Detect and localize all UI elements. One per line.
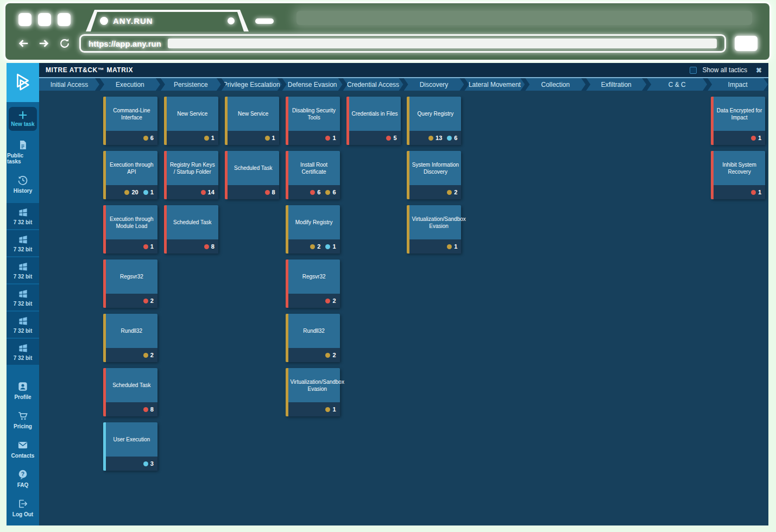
task-item-7-32-bit[interactable]: 7 32 bit — [7, 257, 39, 284]
technique-card[interactable]: System Information Discovery2 — [407, 151, 461, 199]
sidebar-item-label: Pricing — [14, 423, 32, 429]
technique-card[interactable]: Inhibit System Recovery1 — [711, 151, 765, 199]
event-counter: 2 — [447, 189, 457, 195]
counter-value: 1 — [758, 135, 761, 141]
task-item-7-32-bit[interactable]: 7 32 bit — [7, 284, 39, 312]
tab-initial-access[interactable]: Initial Access — [39, 78, 99, 91]
technique-card[interactable]: Scheduled Task8 — [164, 205, 218, 254]
forward-button[interactable] — [38, 37, 50, 49]
sidebar-item-log-out[interactable]: Log Out — [7, 493, 39, 522]
technique-card[interactable]: Rundll322 — [103, 314, 157, 362]
task-item-7-32-bit[interactable]: 7 32 bit — [7, 203, 39, 230]
technique-card[interactable]: Data Encrypted for Impact1 — [711, 97, 765, 145]
tab-close-icon[interactable] — [228, 17, 235, 24]
technique-card[interactable]: Rundll322 — [286, 314, 340, 362]
technique-card[interactable]: Execution through Module Load1 — [103, 205, 157, 254]
technique-counters: 1 — [288, 402, 340, 416]
tab-defense-evasion[interactable]: Defense Evasion — [282, 78, 343, 91]
counter-value: 8 — [272, 189, 275, 195]
counter-value: 2 — [332, 352, 336, 358]
technique-card[interactable]: New Service1 — [164, 97, 218, 145]
technique-title: Rundll32 — [106, 314, 157, 348]
sidebar-item-contacts[interactable]: Contacts — [7, 434, 39, 464]
technique-card[interactable]: Modify Registry21 — [286, 205, 340, 254]
task-item-7-32-bit[interactable]: 7 32 bit — [7, 230, 39, 257]
technique-card[interactable]: Disabling Security Tools1 — [286, 97, 340, 145]
tab-collection[interactable]: Collection — [525, 78, 585, 91]
anyrun-logo[interactable] — [7, 63, 39, 102]
anyrun-logo-icon — [11, 71, 34, 94]
technique-counters: 1 — [228, 131, 279, 145]
sidebar-item-public-tasks[interactable]: Public tasks — [7, 134, 39, 169]
url-bar[interactable]: https://app.any.run — [79, 34, 726, 53]
sidebar-item-faq[interactable]: ?FAQ — [7, 464, 39, 493]
technique-card[interactable]: Command-Line Interface6 — [103, 97, 157, 145]
technique-card[interactable]: Virtualization/Sandbox Evasion1 — [407, 205, 461, 254]
app-window: New task Public tasksHistory 7 32 bit7 3… — [7, 63, 768, 525]
profile-icon — [17, 381, 28, 392]
sidebar-item-pricing[interactable]: Pricing — [7, 405, 39, 434]
technique-card[interactable]: Regsvr322 — [103, 259, 157, 308]
technique-card[interactable]: Credentials in Files5 — [346, 97, 401, 145]
task-item-7-32-bit[interactable]: 7 32 bit — [7, 339, 39, 366]
event-counter: 3 — [143, 460, 154, 467]
tab-execution[interactable]: Execution — [100, 78, 160, 91]
window-control-button[interactable] — [58, 13, 71, 26]
sidebar-item-profile[interactable]: Profile — [7, 376, 39, 405]
tab-credential-access[interactable]: Credential Access — [343, 78, 403, 91]
tab-exfiltration[interactable]: Exfiltration — [586, 78, 646, 91]
show-all-tactics-checkbox[interactable] — [690, 67, 697, 74]
technique-title: Registry Run Keys / Startup Folder — [167, 151, 218, 185]
technique-card[interactable]: New Service1 — [225, 97, 279, 145]
browser-extension-button[interactable] — [735, 36, 758, 51]
technique-title: New Service — [228, 97, 279, 131]
event-counter: 1 — [204, 135, 214, 141]
blue-dot-icon — [325, 244, 330, 249]
tab-lateral-movement[interactable]: Lateral Movement — [464, 78, 525, 91]
window-control-button[interactable] — [38, 13, 51, 26]
technique-card[interactable]: Query Registry136 — [407, 97, 461, 145]
browser-toolbar: https://app.any.run — [5, 31, 769, 55]
sidebar-item-history[interactable]: History — [7, 169, 39, 199]
technique-title: Regsvr32 — [106, 259, 157, 294]
event-counter: 6 — [447, 135, 457, 141]
tab-privilege-escalation[interactable]: Privilege Escalation — [222, 78, 282, 91]
blue-dot-icon — [447, 136, 452, 141]
counter-value: 14 — [208, 189, 214, 195]
event-counter: 13 — [428, 135, 442, 141]
counter-value: 6 — [150, 135, 154, 141]
tab-persistence[interactable]: Persistence — [161, 78, 221, 91]
red-dot-icon — [143, 407, 148, 412]
event-counter: 20 — [124, 189, 138, 195]
tab-discovery[interactable]: Discovery — [404, 78, 464, 91]
technique-card[interactable]: Install Root Certificate66 — [286, 151, 340, 199]
gold-dot-icon — [204, 136, 209, 141]
red-dot-icon — [265, 190, 270, 195]
technique-card[interactable]: Registry Run Keys / Startup Folder14 — [164, 151, 218, 199]
task-item-7-32-bit[interactable]: 7 32 bit — [7, 312, 39, 339]
tab-impact[interactable]: Impact — [708, 78, 768, 91]
technique-card[interactable]: Scheduled Task8 — [103, 368, 157, 416]
browser-tab[interactable]: ANY.RUN — [86, 10, 249, 31]
technique-card[interactable]: Scheduled Task8 — [225, 151, 279, 199]
counter-value: 1 — [150, 243, 154, 250]
gold-dot-icon — [447, 244, 452, 249]
technique-title: User Execution — [106, 422, 157, 457]
technique-card[interactable]: Regsvr322 — [286, 259, 340, 308]
tab-c-c[interactable]: C & C — [647, 78, 707, 91]
reload-button[interactable] — [59, 37, 71, 49]
counter-value: 1 — [272, 135, 275, 141]
attack-matrix: Command-Line Interface6Execution through… — [39, 91, 768, 525]
technique-title: Inhibit System Recovery — [714, 151, 765, 185]
window-control-button[interactable] — [18, 13, 31, 26]
counter-value: 8 — [150, 406, 154, 413]
new-tab-button[interactable] — [255, 18, 274, 24]
event-counter: 2 — [325, 297, 336, 304]
new-task-button[interactable]: New task — [9, 107, 37, 131]
event-counter: 8 — [265, 189, 275, 195]
close-icon[interactable]: ✖ — [756, 66, 762, 74]
technique-card[interactable]: Virtualization/Sandbox Evasion1 — [286, 368, 340, 416]
technique-card[interactable]: User Execution3 — [103, 422, 157, 471]
back-button[interactable] — [17, 37, 29, 49]
technique-card[interactable]: Execution through API201 — [103, 151, 157, 199]
